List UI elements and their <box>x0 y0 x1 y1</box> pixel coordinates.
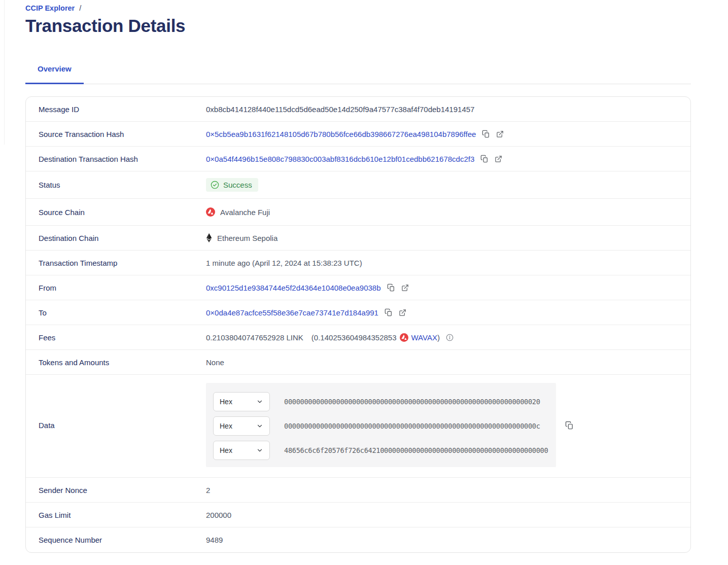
row-label: Data <box>39 421 206 430</box>
data-line: Hex 000000000000000000000000000000000000… <box>213 416 549 436</box>
table-row-message-id: Message ID 0xb8cb414128f440e115dcd5d6ead… <box>26 97 690 122</box>
data-hex-line: 0000000000000000000000000000000000000000… <box>284 398 540 406</box>
sequence-number-value: 9489 <box>206 536 223 544</box>
row-label: Destination Transaction Hash <box>39 155 206 163</box>
table-row-data: Data Hex 0000000000000000000000000000000… <box>26 375 690 478</box>
transaction-details-page: CCIP Explorer / Transaction Details Over… <box>0 0 728 553</box>
row-label: To <box>39 308 206 317</box>
table-row-tokens: Tokens and Amounts None <box>26 350 690 375</box>
copy-icon[interactable] <box>565 421 574 430</box>
status-text: Success <box>223 181 252 189</box>
to-address-link[interactable]: 0×0da4e87acfce55f58e36e7cae73741e7d184a9… <box>206 308 378 317</box>
tab-bar: Overview <box>25 59 691 84</box>
table-row-gas-limit: Gas Limit 200000 <box>26 503 690 527</box>
table-row-fees: Fees 0.21038040747652928 LINK (0.1402536… <box>26 325 690 350</box>
ethereum-icon <box>206 233 212 242</box>
row-label: Source Transaction Hash <box>39 130 206 138</box>
dest-chain-name: Ethereum Sepolia <box>217 234 278 242</box>
data-hex-line: 0000000000000000000000000000000000000000… <box>284 422 540 430</box>
table-row-source-chain: Source Chain Avalanche Fuji <box>26 199 690 226</box>
fees-paren-close: ) <box>437 333 440 342</box>
row-label: Sender Nonce <box>39 486 206 495</box>
sender-nonce-value: 2 <box>206 486 210 495</box>
breadcrumb: CCIP Explorer / <box>25 4 691 12</box>
table-row-source-tx-hash: Source Transaction Hash 0×5cb5ea9b1631f6… <box>26 122 690 147</box>
table-row-to: To 0×0da4e87acfce55f58e36e7cae73741e7d18… <box>26 300 690 325</box>
from-address-link[interactable]: 0xc90125d1e9384744e5f2d4364e10408e0ea903… <box>206 284 381 292</box>
row-label: Tokens and Amounts <box>39 358 206 367</box>
row-label: Gas Limit <box>39 511 206 519</box>
breadcrumb-ccip-explorer-link[interactable]: CCIP Explorer <box>25 4 75 12</box>
chevron-down-icon <box>256 447 263 454</box>
fees-link-amount: 0.21038040747652928 LINK <box>206 333 303 342</box>
table-row-status: Status Success <box>26 171 690 199</box>
tab-overview[interactable]: Overview <box>25 59 84 84</box>
avalanche-icon <box>400 333 408 342</box>
wavax-token-link[interactable]: WAVAX <box>411 333 437 342</box>
chevron-down-icon <box>256 422 263 430</box>
external-link-icon[interactable] <box>401 284 409 292</box>
copy-icon[interactable] <box>480 155 489 163</box>
row-label: Sequence Number <box>39 536 206 544</box>
table-row-sequence-number: Sequence Number 9489 <box>26 527 690 552</box>
row-label: Destination Chain <box>39 234 206 242</box>
gas-limit-value: 200000 <box>206 511 231 519</box>
table-row-dest-chain: Destination Chain Ethereum Sepolia <box>26 226 690 251</box>
info-icon[interactable] <box>446 334 454 341</box>
copy-icon[interactable] <box>482 130 490 138</box>
row-label: Transaction Timestamp <box>39 259 206 267</box>
copy-icon[interactable] <box>387 284 395 292</box>
source-chain-name: Avalanche Fuji <box>220 208 270 217</box>
hex-format-select[interactable]: Hex <box>213 416 270 436</box>
left-page-divider <box>4 0 5 145</box>
tokens-value: None <box>206 358 224 367</box>
copy-icon[interactable] <box>385 308 393 316</box>
breadcrumb-separator: / <box>79 4 81 12</box>
page-title: Transaction Details <box>25 16 691 36</box>
data-hex-panel: Hex 000000000000000000000000000000000000… <box>206 383 556 467</box>
avalanche-icon <box>206 207 215 217</box>
data-hex-line: 48656c6c6f20576f726c64210000000000000000… <box>284 446 548 454</box>
transaction-details-card: Message ID 0xb8cb414128f440e115dcd5d6ead… <box>25 96 691 553</box>
timestamp-value: 1 minute ago (April 12, 2024 at 15:38:23… <box>206 259 362 267</box>
row-label: Source Chain <box>39 208 206 217</box>
dest-tx-hash-link[interactable]: 0×0a54f4496b15e808c798830c003abf8316dcb6… <box>206 155 474 163</box>
row-label: Status <box>39 181 206 189</box>
external-link-icon[interactable] <box>496 130 504 138</box>
fees-secondary-amount: (0.140253604984352853 <box>311 333 397 342</box>
chevron-down-icon <box>256 398 263 405</box>
status-badge: Success <box>206 178 258 192</box>
table-row-sender-nonce: Sender Nonce 2 <box>26 478 690 503</box>
row-label: Fees <box>39 333 206 342</box>
external-link-icon[interactable] <box>399 309 406 316</box>
row-label: Message ID <box>39 105 206 114</box>
table-row-dest-tx-hash: Destination Transaction Hash 0×0a54f4496… <box>26 147 690 171</box>
hex-format-select[interactable]: Hex <box>213 392 270 411</box>
external-link-icon[interactable] <box>495 155 502 163</box>
message-id-value: 0xb8cb414128f440e115dcd5d6ead50e14d250f9… <box>206 105 474 114</box>
source-tx-hash-link[interactable]: 0×5cb5ea9b1631f62148105d67b780b56fce66db… <box>206 130 476 138</box>
data-line: Hex 48656c6c6f20576f726c6421000000000000… <box>213 441 549 460</box>
check-circle-icon <box>211 181 219 189</box>
row-label: From <box>39 284 206 292</box>
table-row-from: From 0xc90125d1e9384744e5f2d4364e10408e0… <box>26 275 690 300</box>
hex-format-select[interactable]: Hex <box>213 441 270 460</box>
table-row-timestamp: Transaction Timestamp 1 minute ago (Apri… <box>26 251 690 275</box>
data-line: Hex 000000000000000000000000000000000000… <box>213 392 549 411</box>
